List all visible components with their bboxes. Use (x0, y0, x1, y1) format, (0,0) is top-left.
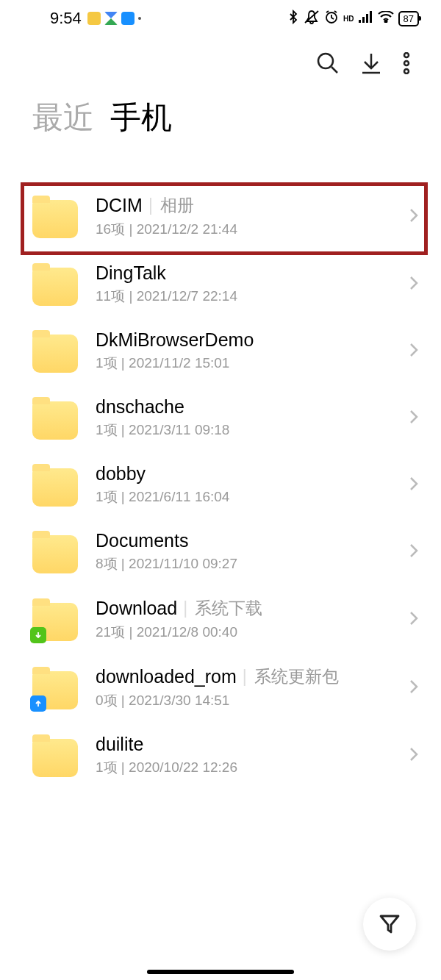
folder-icon (32, 335, 78, 373)
folder-meta: 1项 | 2021/6/11 16:04 (96, 487, 391, 507)
bluetooth-icon (287, 10, 299, 28)
folder-count: 1项 (96, 759, 118, 775)
more-button[interactable] (403, 52, 410, 77)
folder-item[interactable]: downloaded_rom系统更新包0项 | 2021/3/30 14:51 (0, 654, 441, 722)
folder-count: 1项 (96, 489, 118, 504)
status-bar: 9:54 HD 87 (0, 0, 441, 37)
folder-name: DCIM (96, 195, 143, 216)
folder-date: 2021/3/11 09:18 (129, 422, 229, 437)
folder-tag: 系统下载 (183, 597, 262, 620)
chevron-right-icon (409, 342, 419, 361)
folder-icon (32, 401, 78, 440)
folder-item[interactable]: dobby1项 | 2021/6/11 16:04 (0, 451, 441, 518)
folder-name: dobby (96, 463, 146, 484)
folder-text: Documents8项 | 2021/11/10 09:27 (96, 530, 391, 573)
svg-line-8 (331, 67, 337, 73)
folder-date: 2021/6/11 16:04 (129, 489, 229, 504)
folder-tag: 相册 (148, 194, 194, 217)
folder-name: downloaded_rom (96, 666, 237, 687)
notif-icon-3 (121, 12, 135, 25)
folder-icon-wrap (32, 531, 78, 573)
folder-count: 8项 (96, 556, 118, 571)
folder-text: DkMiBrowserDemo1项 | 2021/11/2 15:01 (96, 329, 391, 373)
folder-item[interactable]: DkMiBrowserDemo1项 | 2021/11/2 15:01 (0, 318, 441, 385)
chevron-right-icon (409, 207, 419, 226)
svg-point-6 (384, 20, 387, 22)
folder-meta: 8项 | 2021/11/10 09:27 (96, 554, 391, 573)
status-time: 9:54 (50, 9, 82, 28)
folder-icon-wrap (32, 734, 78, 777)
svg-point-13 (404, 69, 409, 74)
meta-separator: | (118, 693, 129, 708)
folder-text: dobby1项 | 2021/6/11 16:04 (96, 463, 391, 507)
hd-icon: HD (343, 15, 354, 23)
folder-icon-wrap (32, 263, 78, 306)
folder-date: 2020/10/22 12:26 (129, 759, 237, 775)
tab-recent[interactable]: 最近 (32, 97, 94, 138)
folder-item[interactable]: DCIM相册16项 | 2021/12/2 21:44 (0, 182, 441, 251)
folder-count: 11项 (96, 288, 125, 304)
chevron-right-icon (409, 543, 419, 562)
notif-more-dot (138, 17, 141, 20)
folder-meta: 21项 | 2021/12/8 00:40 (96, 623, 391, 642)
folder-icon (32, 200, 78, 238)
status-left: 9:54 (50, 9, 141, 28)
svg-rect-3 (362, 17, 365, 23)
svg-point-7 (318, 54, 333, 68)
folder-date: 2021/3/30 14:51 (129, 693, 229, 708)
folder-item[interactable]: Download系统下载21项 | 2021/12/8 00:40 (0, 585, 441, 654)
folder-text: downloaded_rom系统更新包0项 | 2021/3/30 14:51 (96, 665, 391, 710)
meta-separator: | (125, 221, 137, 237)
tabs: 最近 手机 (0, 87, 441, 153)
svg-rect-5 (370, 11, 372, 23)
folder-name: DkMiBrowserDemo (96, 329, 254, 351)
battery-indicator: 87 (398, 11, 419, 26)
folder-item[interactable]: duilite1项 | 2020/10/22 12:26 (0, 722, 441, 789)
tab-phone[interactable]: 手机 (110, 97, 172, 138)
chevron-right-icon (409, 275, 419, 294)
folder-list: DCIM相册16项 | 2021/12/2 21:44DingTalk11项 |… (0, 153, 441, 789)
meta-separator: | (118, 556, 129, 571)
chevron-right-icon (409, 679, 419, 698)
toolbar (0, 37, 441, 87)
wifi-icon (378, 11, 394, 26)
folder-icon (32, 739, 78, 777)
folder-item[interactable]: dnschache1项 | 2021/3/11 09:18 (0, 385, 441, 451)
meta-separator: | (125, 624, 137, 640)
mute-icon (304, 10, 320, 28)
folder-icon-wrap (32, 667, 78, 709)
folder-icon-wrap (32, 598, 78, 641)
filter-fab[interactable] (363, 898, 416, 951)
meta-separator: | (125, 288, 137, 304)
chevron-right-icon (409, 409, 419, 428)
svg-point-11 (404, 53, 409, 57)
search-button[interactable] (316, 51, 340, 78)
folder-date: 2021/11/10 09:27 (129, 556, 237, 571)
home-indicator[interactable] (147, 970, 294, 974)
folder-date: 2021/11/2 15:01 (129, 355, 229, 371)
alarm-icon (324, 10, 339, 28)
folder-meta: 16项 | 2021/12/2 21:44 (96, 220, 391, 239)
folder-date: 2021/12/7 22:14 (137, 288, 237, 304)
download-badge-icon (30, 627, 46, 643)
folder-item[interactable]: DingTalk11项 | 2021/12/7 22:14 (0, 251, 441, 318)
folder-count: 21项 (96, 624, 125, 640)
folder-count: 16项 (96, 221, 125, 237)
folder-date: 2021/12/8 00:40 (137, 624, 237, 640)
download-icon (360, 51, 382, 75)
folder-count: 1项 (96, 422, 118, 437)
folder-meta: 1项 | 2021/11/2 15:01 (96, 354, 391, 373)
folder-icon (32, 268, 78, 306)
folder-text: dnschache1项 | 2021/3/11 09:18 (96, 396, 391, 440)
folder-icon-wrap (32, 330, 78, 373)
filter-icon (378, 912, 401, 936)
search-icon (316, 51, 340, 75)
folder-count: 0项 (96, 693, 118, 708)
download-button[interactable] (360, 51, 382, 78)
folder-icon-wrap (32, 464, 78, 507)
folder-item[interactable]: Documents8项 | 2021/11/10 09:27 (0, 518, 441, 585)
meta-separator: | (118, 355, 129, 371)
folder-name: Download (96, 598, 177, 619)
folder-text: DingTalk11项 | 2021/12/7 22:14 (96, 262, 391, 306)
svg-rect-2 (359, 20, 361, 23)
